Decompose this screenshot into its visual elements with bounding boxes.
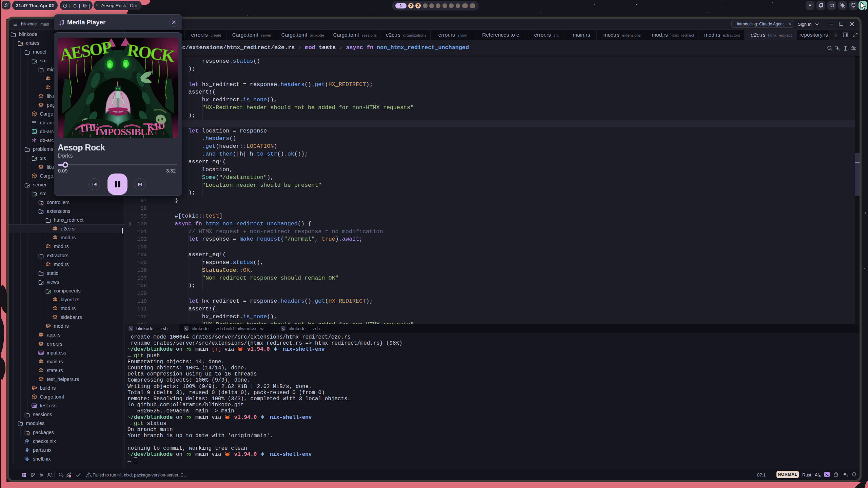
svg-text:Z: Z [815, 472, 817, 477]
